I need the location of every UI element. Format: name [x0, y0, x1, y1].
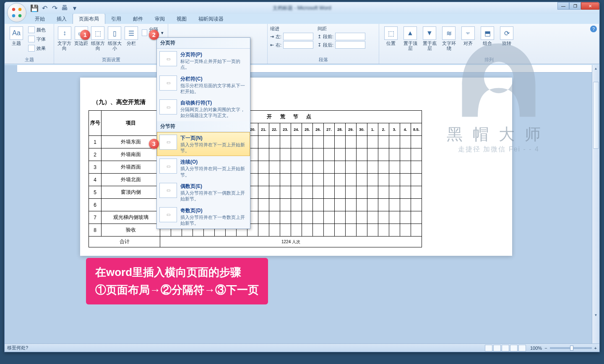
undo-icon[interactable]: ↶ — [40, 3, 49, 13]
node-col: 25. — [302, 123, 313, 136]
view-buttons[interactable] — [485, 345, 526, 351]
group-button[interactable]: ⬒组合 — [478, 26, 497, 47]
break-type-icon: ▭ — [159, 75, 177, 91]
themes-button[interactable]: Aa主题 — [7, 26, 26, 47]
send-back-button[interactable]: ▼置于底层 — [420, 26, 439, 52]
table-cell — [400, 174, 411, 186]
table-cell — [302, 148, 313, 161]
dropdown-item[interactable]: ▭分栏符(C)指示分栏符后面的文字将从下一栏开始。 — [157, 73, 250, 97]
annotation-overlay: 在word里插入横向页面的步骤 ①页面布局→②分隔符→③下一页 — [86, 258, 268, 304]
table-cell — [400, 161, 411, 174]
dropdown-item[interactable]: ▭连续(O)插入分节符并在同一页上开始新节。 — [157, 156, 250, 180]
dropdown-item[interactable]: ▭分页符(P)标记一页终止并开始下一页的点。 — [157, 49, 250, 73]
table-cell — [324, 186, 335, 199]
position-button[interactable]: ⬚位置 — [382, 26, 400, 47]
table-cell — [411, 174, 422, 186]
help-button[interactable]: ? — [590, 26, 597, 32]
space-after-icon: ↧ — [318, 42, 321, 48]
table-cell — [324, 211, 335, 224]
orientation-button[interactable]: ⬚纸张方向 — [90, 26, 106, 52]
table-cell — [411, 224, 422, 237]
table-cell — [389, 186, 400, 199]
theme-colors[interactable]: 颜色 — [26, 26, 47, 34]
theme-fonts[interactable]: 字体 — [26, 35, 47, 43]
save-icon[interactable]: 💾 — [30, 3, 39, 13]
tab-view[interactable]: 视图 — [171, 14, 193, 24]
text-direction-button[interactable]: ↕文字方向 — [57, 26, 73, 52]
space-after-input[interactable] — [335, 41, 365, 49]
size-button[interactable]: ▯纸张大小 — [107, 26, 122, 52]
table-cell — [346, 136, 357, 148]
table-cell — [400, 148, 411, 161]
badge-2: 2 — [149, 30, 159, 40]
table-cell — [258, 136, 269, 148]
scroll-up-icon[interactable]: ▲ — [592, 65, 599, 72]
table-cell — [335, 211, 346, 224]
table-cell — [378, 211, 389, 224]
vertical-scrollbar[interactable]: ▲ ▼ — [592, 65, 599, 343]
col-name: 项目 — [102, 111, 160, 136]
columns-button[interactable]: ☰分栏 — [123, 26, 139, 47]
table-cell — [411, 211, 422, 224]
table-cell — [378, 174, 389, 186]
space-before-input[interactable] — [335, 33, 365, 40]
tab-page-layout[interactable]: 页面布局 — [73, 13, 105, 24]
qat-more-icon[interactable]: ▾ — [70, 3, 79, 13]
text-wrap-button[interactable]: ≋文字环绕 — [440, 26, 458, 52]
dropdown-item[interactable]: ▭偶数页(E)插入分节符并在下一偶数页上开始新节。 — [157, 180, 250, 205]
tab-foxit[interactable]: 福昕阅读器 — [193, 14, 229, 24]
theme-effects[interactable]: 效果 — [26, 44, 47, 52]
table-cell — [357, 211, 367, 224]
tab-insert[interactable]: 插入 — [51, 14, 73, 24]
rotate-button[interactable]: ⟳旋转 — [497, 26, 516, 47]
tab-review[interactable]: 审阅 — [149, 14, 171, 24]
table-cell — [291, 136, 302, 148]
dropdown-item[interactable]: ▭奇数页(D)插入分节符并在下一奇数页上开始新节。 — [157, 205, 250, 229]
indent-right-input[interactable] — [283, 41, 313, 49]
table-cell — [291, 174, 302, 186]
table-cell — [367, 224, 378, 237]
tab-mailings[interactable]: 邮件 — [127, 14, 149, 24]
table-row-seq: 2 — [89, 148, 102, 161]
quick-access-toolbar: 💾 ↶ ↷ 🖶 ▾ — [30, 3, 79, 13]
indent-left-input[interactable] — [283, 33, 313, 40]
bring-front-button[interactable]: ▲置于顶层 — [401, 26, 419, 52]
dropdown-item[interactable]: ▭下一页(N)插入分节符并在下一页上开始新节。 — [157, 132, 250, 156]
table-cell — [389, 211, 400, 224]
total-label: 合计 — [89, 237, 160, 247]
table-cell — [367, 161, 378, 174]
align-button[interactable]: ⫟对齐 — [459, 26, 477, 47]
table-cell — [346, 199, 357, 211]
scroll-down-icon[interactable]: ▼ — [592, 312, 599, 318]
table-cell — [357, 148, 367, 161]
zoom-in-icon[interactable]: + — [594, 346, 597, 351]
dropdown-item[interactable]: ▭自动换行符(T)分隔网页上的对象周围的文字，如分隔题注文字与正文。 — [157, 97, 250, 121]
table-cell — [313, 174, 324, 186]
table-cell — [258, 211, 269, 224]
office-button[interactable] — [7, 3, 26, 22]
table-row-seq: 4 — [89, 174, 102, 186]
table-cell — [280, 161, 291, 174]
table-cell — [346, 186, 357, 199]
table-cell — [258, 224, 269, 237]
col-seq: 序号 — [89, 111, 102, 136]
table-cell — [335, 224, 346, 237]
table-cell — [313, 136, 324, 148]
table-row-name: 外墙北面 — [102, 174, 160, 186]
ribbon-tabs: 开始 插入 页面布局 引用 邮件 审阅 视图 福昕阅读器 — [5, 14, 599, 24]
table-cell — [291, 211, 302, 224]
redo-icon[interactable]: ↷ — [50, 3, 59, 13]
table-cell — [389, 174, 400, 186]
zoom-out-icon[interactable]: − — [544, 346, 547, 351]
horizontal-ruler[interactable] — [17, 65, 592, 73]
close-button[interactable]: ✕ — [581, 2, 599, 10]
tab-home[interactable]: 开始 — [29, 14, 51, 24]
table-cell — [302, 199, 313, 211]
zoom-control[interactable]: 100% − + — [530, 346, 597, 351]
scroll-thumb[interactable] — [593, 82, 599, 149]
print-icon[interactable]: 🖶 — [60, 3, 69, 13]
minimize-button[interactable]: — — [557, 2, 569, 10]
maximize-button[interactable]: ❐ — [569, 2, 581, 10]
table-cell — [280, 224, 291, 237]
tab-references[interactable]: 引用 — [105, 14, 127, 24]
